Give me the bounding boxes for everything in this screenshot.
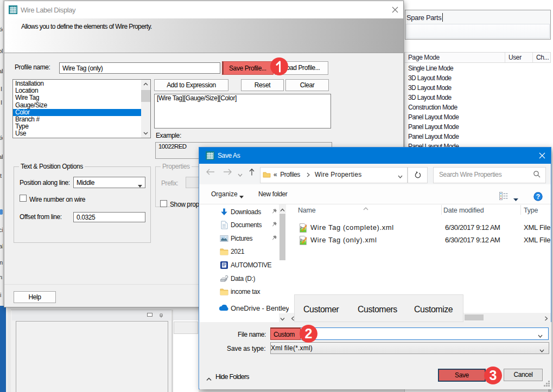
svg-text:?: ? bbox=[536, 193, 540, 201]
